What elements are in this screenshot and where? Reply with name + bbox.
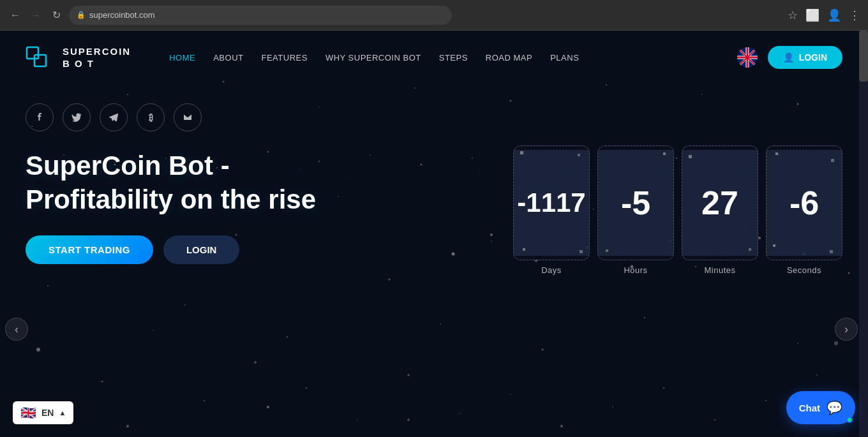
telegram-icon[interactable] bbox=[100, 103, 128, 131]
nav-right: 👤 LOGIN bbox=[737, 46, 842, 69]
svg-rect-90 bbox=[27, 47, 38, 59]
login-hero-button[interactable]: LOGIN bbox=[163, 235, 240, 264]
svg-point-39 bbox=[357, 419, 358, 420]
svg-point-75 bbox=[126, 425, 129, 427]
chat-button[interactable]: Chat 💬 bbox=[786, 391, 855, 424]
svg-point-38 bbox=[306, 387, 307, 389]
svg-point-74 bbox=[36, 348, 40, 352]
nav-item-steps[interactable]: STEPS bbox=[439, 52, 468, 63]
countdown-hours-label: Hours bbox=[624, 265, 647, 275]
svg-point-28 bbox=[644, 317, 645, 318]
svg-point-44 bbox=[612, 406, 613, 408]
nav-links: HOME ABOUT FEATURES WHY SUPERCOIN BOT ST… bbox=[169, 52, 579, 63]
svg-point-35 bbox=[153, 330, 154, 331]
address-bar[interactable]: 🔒 supercoinbot.com bbox=[69, 6, 452, 25]
nav-link-about[interactable]: ABOUT bbox=[213, 53, 243, 63]
logo[interactable]: SUPERCOIN B O T bbox=[26, 42, 131, 73]
person-icon: 👤 bbox=[783, 52, 794, 63]
svg-rect-91 bbox=[34, 55, 46, 66]
svg-point-23 bbox=[389, 279, 391, 281]
chat-label: Chat bbox=[799, 403, 820, 413]
countdown-minutes-label: Minutes bbox=[704, 265, 735, 275]
countdown-hours-box: -5 bbox=[597, 145, 674, 260]
hero-buttons: START TRADING LOGIN bbox=[26, 235, 345, 264]
reload-button[interactable]: ↻ bbox=[49, 8, 64, 23]
svg-point-32 bbox=[848, 272, 850, 274]
navbar: SUPERCOIN B O T HOME ABOUT FEATURES WHY … bbox=[0, 31, 868, 84]
email-icon[interactable] bbox=[174, 103, 202, 131]
language-flag-emoji: 🇬🇧 bbox=[20, 405, 36, 420]
language-switcher[interactable]: 🇬🇧 EN ▲ bbox=[13, 401, 73, 424]
start-trading-button[interactable]: START TRADING bbox=[26, 235, 153, 264]
language-chevron: ▲ bbox=[59, 409, 66, 417]
svg-point-45 bbox=[663, 387, 664, 389]
browser-right-icons: ☆ ⬜ 👤 ⋮ bbox=[788, 8, 860, 22]
countdown-hours: -5 Hours bbox=[597, 145, 674, 275]
hero-title: SuperCoin Bot - Profitability on the ris… bbox=[26, 149, 345, 216]
url-text: supercoinbot.com bbox=[89, 10, 155, 20]
svg-point-77 bbox=[267, 406, 269, 408]
svg-point-79 bbox=[407, 418, 410, 421]
social-icons: ₿ bbox=[26, 103, 345, 131]
nav-item-features[interactable]: FEATURES bbox=[261, 52, 307, 63]
countdown-section: -1117 Days -5 Hours 27 Minutes bbox=[513, 145, 842, 275]
svg-point-31 bbox=[797, 343, 798, 344]
chat-online-indicator bbox=[846, 417, 853, 423]
countdown-seconds-box: -6 bbox=[766, 145, 842, 260]
svg-point-89 bbox=[834, 341, 838, 345]
nav-link-home[interactable]: HOME bbox=[169, 53, 195, 63]
facebook-icon[interactable] bbox=[26, 103, 54, 131]
svg-point-19 bbox=[184, 304, 186, 306]
svg-point-34 bbox=[101, 381, 103, 383]
svg-point-36 bbox=[204, 400, 205, 401]
svg-point-42 bbox=[510, 394, 511, 395]
countdown-days-label: Days bbox=[541, 265, 562, 275]
login-button[interactable]: 👤 LOGIN bbox=[768, 46, 842, 69]
svg-point-46 bbox=[714, 419, 716, 421]
back-button[interactable]: ← bbox=[8, 8, 23, 23]
logo-svg bbox=[26, 42, 56, 73]
carousel-next-button[interactable]: › bbox=[835, 318, 858, 341]
twitter-icon[interactable] bbox=[63, 103, 91, 131]
svg-point-26 bbox=[542, 349, 544, 351]
svg-point-37 bbox=[254, 361, 257, 364]
svg-point-40 bbox=[408, 374, 410, 376]
nav-link-plans[interactable]: PLANS bbox=[550, 53, 579, 63]
countdown-minutes-box: 27 bbox=[682, 145, 758, 260]
countdown-days: -1117 Days bbox=[513, 145, 590, 275]
nav-link-features[interactable]: FEATURES bbox=[261, 53, 307, 63]
bookmark-icon[interactable]: ☆ bbox=[788, 8, 798, 22]
nav-item-why[interactable]: WHY SUPERCOIN BOT bbox=[326, 52, 421, 63]
svg-point-48 bbox=[816, 374, 818, 376]
countdown-minutes: 27 Minutes bbox=[682, 145, 758, 275]
menu-icon[interactable]: ⋮ bbox=[849, 8, 860, 22]
nav-item-plans[interactable]: PLANS bbox=[550, 52, 579, 63]
nav-item-about[interactable]: ABOUT bbox=[213, 52, 243, 63]
nav-link-why[interactable]: WHY SUPERCOIN BOT bbox=[326, 53, 421, 63]
svg-point-21 bbox=[287, 336, 288, 337]
nav-link-roadmap[interactable]: ROAD MAP bbox=[486, 53, 532, 63]
countdown-days-box: -1117 bbox=[513, 145, 590, 260]
svg-point-41 bbox=[459, 413, 460, 414]
svg-point-33 bbox=[47, 285, 49, 286]
forward-button[interactable]: → bbox=[28, 8, 43, 23]
secure-icon: 🔒 bbox=[77, 11, 86, 19]
nav-item-home[interactable]: HOME bbox=[169, 52, 195, 63]
svg-point-24 bbox=[440, 323, 441, 325]
countdown-seconds: -6 Seconds bbox=[766, 145, 842, 275]
svg-point-43 bbox=[560, 425, 563, 427]
svg-point-47 bbox=[765, 400, 767, 401]
site-wrapper: SUPERCOIN B O T HOME ABOUT FEATURES WHY … bbox=[0, 31, 868, 437]
hero-left: ₿ SuperCoin Bot - Profitability on the r… bbox=[26, 103, 345, 264]
nav-item-roadmap[interactable]: ROAD MAP bbox=[486, 52, 532, 63]
carousel-prev-button[interactable]: ‹ bbox=[5, 318, 28, 341]
browser-chrome: ← → ↻ 🔒 supercoinbot.com ☆ ⬜ 👤 ⋮ bbox=[0, 0, 868, 31]
nav-link-steps[interactable]: STEPS bbox=[439, 53, 468, 63]
language-code: EN bbox=[41, 408, 54, 418]
profile-icon[interactable]: 👤 bbox=[827, 8, 841, 22]
extensions-icon[interactable]: ⬜ bbox=[805, 8, 819, 22]
language-flag[interactable] bbox=[737, 47, 758, 68]
countdown-seconds-label: Seconds bbox=[787, 265, 821, 275]
bitcoin-icon[interactable]: ₿ bbox=[137, 103, 165, 131]
logo-text: SUPERCOIN B O T bbox=[63, 45, 131, 70]
